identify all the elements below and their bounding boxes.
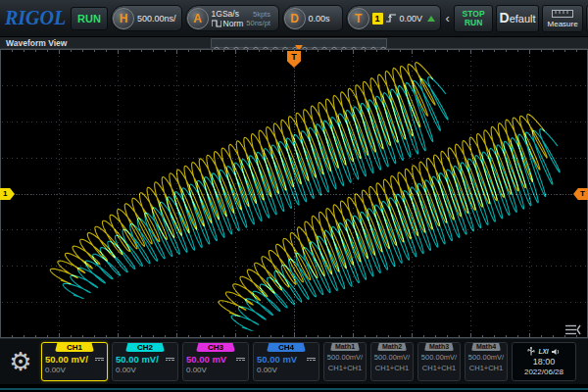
rising-edge-icon — [386, 13, 397, 24]
trigger-source-badge: 1 — [372, 13, 383, 24]
clock-time: 18:00 — [533, 357, 556, 367]
acquisition-badge-icon: A — [187, 8, 209, 29]
math4-box[interactable]: Math4 500.00mV/ CH1+CH1 — [465, 342, 508, 381]
default-label: efault — [510, 13, 536, 24]
ch4-offset: 0.00V — [257, 366, 316, 374]
acquisition-settings-button[interactable]: A 1GSa/s Norm 5kpts 50ns/pt — [185, 5, 279, 31]
math4-expression: CH1+CH1 — [469, 364, 503, 372]
acquisition-right: 5kpts 50ns/pt — [246, 10, 270, 27]
math2-box[interactable]: Math2 500.00mV/ CH1+CH1 — [370, 342, 414, 381]
ch2-tab[interactable]: CH2 — [125, 343, 165, 352]
measure-label: Measure — [548, 20, 578, 28]
toolbar-scroll-left[interactable]: ‹ — [444, 11, 451, 25]
dc-coupling-icon — [307, 358, 316, 361]
math1-box[interactable]: Math1 500.00mV/ CH1+CH1 — [323, 342, 367, 381]
sample-rate: 1GSa/s — [212, 9, 239, 19]
clock-panel[interactable]: LXI 18:00 2022/06/28 — [512, 342, 576, 381]
lxi-label: LXI — [538, 348, 548, 355]
ch4-tab[interactable]: CH4 — [267, 343, 306, 352]
ch4-scale: 50.00 mV — [257, 354, 297, 365]
bottom-status-bar: ⚙ CH1 50.00 mV/ 0.00V CH2 50.00 mV/ 0.00… — [0, 338, 588, 384]
ch3-scale: 50.00 mV — [186, 354, 226, 365]
top-toolbar: RIGOL RUN H 500.00ns/ A 1GSa/s Norm 5kpt… — [0, 0, 588, 37]
trigger-status-icon — [427, 16, 435, 22]
gear-icon: ⚙ — [9, 347, 31, 377]
menu-collapse-icon[interactable] — [565, 324, 581, 335]
waveform-overview-bar[interactable] — [211, 38, 387, 48]
memory-depth: 5kpts — [246, 10, 270, 19]
trigger-level-value: 0.00V — [400, 14, 423, 24]
default-initial: D — [500, 10, 510, 25]
waveform-display-area[interactable]: T 1 T — [0, 49, 588, 338]
channel-box-ch3[interactable]: CH3 50.00 mV 0.00V — [182, 342, 249, 381]
channel-box-ch2[interactable]: CH2 50.00 mV/ 0.00V — [112, 342, 178, 381]
square-wave-icon — [212, 20, 221, 27]
settings-gear-button[interactable]: ⚙ — [4, 342, 37, 381]
acquisition-left: 1GSa/s Norm — [212, 9, 244, 28]
speaker-icon — [552, 348, 561, 356]
run-label: RUN — [465, 19, 482, 27]
trigger-badge-icon: T — [348, 8, 369, 29]
math4-scale: 500.00mV/ — [468, 353, 504, 362]
delay-settings-button[interactable]: D 0.00s — [282, 5, 343, 31]
math3-scale: 500.00mV/ — [421, 353, 457, 362]
dc-coupling-icon — [166, 358, 174, 361]
dc-coupling-icon — [95, 358, 104, 361]
math3-box[interactable]: Math3 500.00mV/ CH1+CH1 — [417, 342, 461, 381]
math2-tab[interactable]: Math2 — [377, 343, 407, 351]
math1-tab[interactable]: Math1 — [330, 343, 360, 351]
math1-scale: 500.00mV/ — [327, 353, 363, 362]
ch2-offset: 0.00V — [116, 366, 174, 374]
waveform-canvas[interactable] — [0, 49, 588, 338]
run-state-button[interactable]: RUN — [71, 7, 108, 30]
measure-button[interactable]: Measure — [542, 5, 583, 32]
math4-tab[interactable]: Math4 — [471, 343, 501, 351]
delay-value: 0.00s — [309, 14, 330, 24]
math3-expression: CH1+CH1 — [422, 364, 456, 372]
usb-icon — [527, 347, 535, 356]
ch2-scale: 50.00 mV/ — [116, 354, 159, 365]
view-title: Waveform View — [0, 38, 67, 48]
dc-coupling-icon — [236, 358, 245, 361]
channel-box-ch4[interactable]: CH4 50.00 mV 0.00V — [253, 342, 319, 381]
math2-scale: 500.00mV/ — [374, 353, 410, 362]
default-button[interactable]: Default — [496, 5, 539, 32]
ch1-offset: 0.00V — [45, 366, 104, 374]
math3-tab[interactable]: Math3 — [424, 343, 454, 351]
trigger-settings-button[interactable]: T 1 0.00V — [346, 5, 442, 31]
channel-box-ch1[interactable]: CH1 50.00 mV/ 0.00V — [41, 342, 108, 381]
ch3-tab[interactable]: CH3 — [196, 343, 235, 352]
status-icons: LXI — [527, 347, 560, 356]
ch1-tab[interactable]: CH1 — [55, 343, 94, 352]
ruler-icon — [552, 9, 573, 19]
ch1-scale: 50.00 mV/ — [45, 354, 88, 365]
timebase-value: 500.00ns/ — [137, 14, 176, 24]
sample-interval: 50ns/pt — [246, 19, 270, 27]
ch3-offset: 0.00V — [186, 366, 245, 374]
acquisition-mode: Norm — [223, 19, 244, 28]
delay-badge-icon: D — [284, 8, 306, 29]
math1-expression: CH1+CH1 — [328, 364, 362, 372]
stop-run-button[interactable]: STOP RUN — [454, 5, 493, 32]
oscilloscope-screen: RIGOL RUN H 500.00ns/ A 1GSa/s Norm 5kpt… — [0, 0, 588, 392]
horizontal-settings-button[interactable]: H 500.00ns/ — [111, 5, 182, 31]
math2-expression: CH1+CH1 — [375, 364, 409, 372]
horizontal-badge-icon: H — [113, 8, 134, 29]
clock-date: 2022/06/28 — [524, 368, 564, 376]
rigol-logo: RIGOL — [3, 7, 68, 29]
view-titlebar: Waveform View — [0, 37, 588, 49]
